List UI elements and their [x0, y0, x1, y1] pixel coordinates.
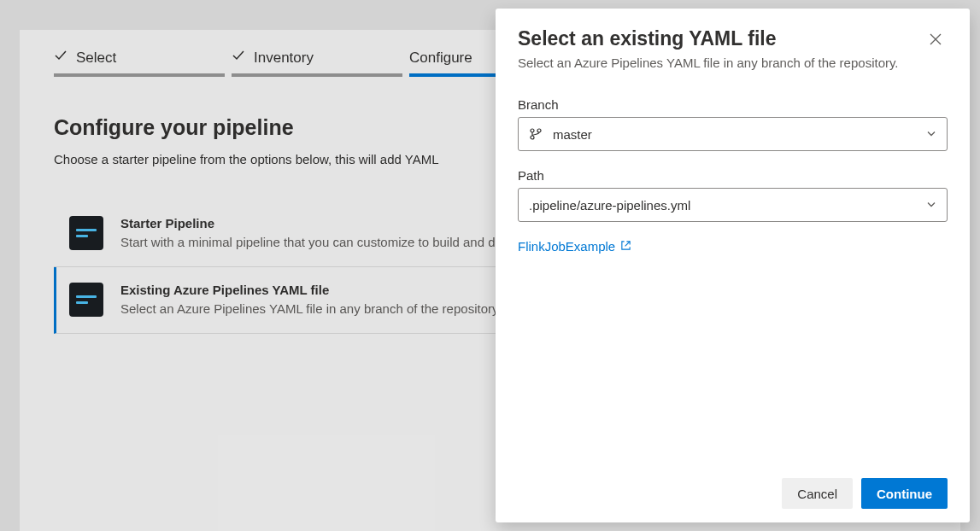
modal-body: Branch master Path .p: [496, 79, 970, 464]
branch-icon: [529, 127, 543, 141]
chevron-down-icon: [926, 198, 936, 213]
close-button[interactable]: [924, 27, 948, 54]
external-link-icon: [620, 239, 631, 254]
yaml-file-modal: Select an existing YAML file Select an A…: [496, 9, 970, 522]
flink-job-example-link[interactable]: FlinkJobExample: [518, 239, 631, 254]
link-text: FlinkJobExample: [518, 239, 615, 254]
chevron-down-icon: [926, 127, 936, 142]
modal-subtitle: Select an Azure Pipelines YAML file in a…: [518, 54, 899, 72]
close-icon: [929, 32, 942, 50]
svg-point-0: [531, 129, 534, 132]
continue-button[interactable]: Continue: [861, 478, 948, 509]
path-dropdown[interactable]: .pipeline/azure-pipelines.yml: [518, 188, 948, 222]
path-label: Path: [518, 168, 948, 183]
modal-footer: Cancel Continue: [496, 464, 970, 522]
branch-form-group: Branch master: [518, 97, 948, 151]
branch-dropdown[interactable]: master: [518, 117, 948, 151]
modal-title: Select an existing YAML file: [518, 27, 899, 50]
svg-point-2: [537, 129, 541, 132]
svg-point-1: [531, 136, 534, 139]
cancel-button[interactable]: Cancel: [782, 478, 853, 509]
path-value: .pipeline/azure-pipelines.yml: [529, 198, 690, 213]
modal-header: Select an existing YAML file Select an A…: [496, 9, 970, 79]
branch-label: Branch: [518, 97, 948, 112]
path-form-group: Path .pipeline/azure-pipelines.yml: [518, 168, 948, 222]
branch-value: master: [553, 127, 592, 142]
